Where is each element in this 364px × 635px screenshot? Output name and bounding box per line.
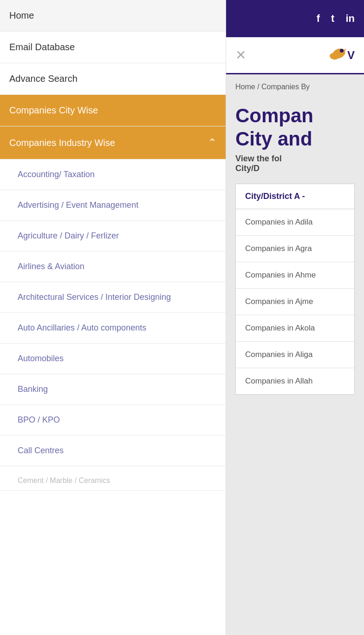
page-heading: Compan City and (226, 99, 364, 154)
submenu-label-3: Airlines & Aviation (18, 262, 84, 271)
city-item-6[interactable]: Companies in Allah (236, 368, 354, 394)
submenu-item-automobiles[interactable]: Automobiles (0, 344, 226, 374)
city-label-5: Companies in Aliga (245, 350, 313, 359)
sidebar-advance-label: Advance Search (9, 73, 78, 84)
city-section-header: City/District A - (236, 184, 354, 209)
breadcrumb-current: Companies By (261, 83, 310, 91)
top-bar: f t in (226, 0, 364, 37)
city-item-5[interactable]: Companies in Aliga (236, 342, 354, 368)
submenu-label-5: Auto Ancillaries / Auto components (18, 323, 146, 332)
logo-text: V (347, 49, 355, 62)
heading-line2: City and (235, 128, 312, 150)
submenu-label-8: BPO / KPO (18, 415, 60, 424)
submenu-item-bpo[interactable]: BPO / KPO (0, 405, 226, 436)
breadcrumb-separator: / (257, 83, 261, 91)
city-label-6: Companies in Allah (245, 377, 313, 385)
main-content: f t in ✕ V Home / Companies By (226, 0, 364, 635)
submenu-item-architectural[interactable]: Architectural Services / Interior Design… (0, 282, 226, 313)
city-item-0[interactable]: Companies in Adila (236, 209, 354, 236)
facebook-icon[interactable]: f (317, 13, 320, 25)
city-label-4: Companies in Akola (245, 324, 315, 332)
sidebar-item-companies-industry-wise[interactable]: Companies Industry Wise ⌃ (0, 126, 226, 159)
submenu-item-airlines[interactable]: Airlines & Aviation (0, 251, 226, 282)
sidebar-industry-label: Companies Industry Wise (9, 138, 115, 148)
sidebar-item-home[interactable]: Home (0, 0, 226, 32)
breadcrumb-home[interactable]: Home (235, 83, 255, 91)
city-item-4[interactable]: Companies in Akola (236, 315, 354, 342)
subheading-line2: City/D (235, 164, 355, 173)
sidebar-item-advance-search[interactable]: Advance Search (0, 63, 226, 95)
logo-area: V (325, 44, 355, 66)
city-label-0: Companies in Adila (245, 218, 313, 226)
submenu-item-agriculture[interactable]: Agriculture / Dairy / Ferlizer (0, 221, 226, 251)
city-section-header-text: City/District A - (245, 192, 305, 201)
page-subheading: View the fol City/D (226, 154, 364, 179)
chevron-up-icon: ⌃ (208, 137, 216, 149)
linkedin-icon[interactable]: in (345, 13, 355, 25)
breadcrumb: Home / Companies By (226, 74, 364, 99)
city-label-2: Companies in Ahme (245, 271, 316, 279)
submenu-item-advertising[interactable]: Advertising / Event Management (0, 190, 226, 221)
sidebar-email-label: Email Database (9, 42, 75, 52)
logo-icon (325, 44, 347, 66)
heading-line1: Compan (235, 105, 313, 126)
twitter-icon[interactable]: t (331, 13, 334, 25)
submenu-label-10: Cement / Marble / Ceramics (18, 476, 110, 484)
submenu-label-9: Call Centres (18, 446, 64, 455)
submenu-label-2: Agriculture / Dairy / Ferlizer (18, 231, 119, 240)
close-icon[interactable]: ✕ (235, 47, 246, 63)
city-label-1: Companies in Agra (245, 244, 312, 253)
submenu-item-auto-ancillaries[interactable]: Auto Ancillaries / Auto components (0, 313, 226, 344)
submenu-label-6: Automobiles (18, 354, 64, 363)
city-label-3: Companies in Ajme (245, 297, 313, 306)
submenu-label-4: Architectural Services / Interior Design… (18, 292, 171, 302)
city-item-1[interactable]: Companies in Agra (236, 236, 354, 262)
submenu-item-banking[interactable]: Banking (0, 374, 226, 405)
subheading-line1: View the fol (235, 154, 355, 164)
submenu-item-accounting[interactable]: Accounting/ Taxation (0, 159, 226, 190)
city-section: City/District A - Companies in Adila Com… (235, 184, 355, 395)
submenu-item-call-centres[interactable]: Call Centres (0, 436, 226, 466)
sidebar-item-email-database[interactable]: Email Database (0, 32, 226, 63)
sidebar-city-label: Companies City Wise (9, 105, 98, 115)
submenu-label-0: Accounting/ Taxation (18, 170, 95, 179)
submenu-label-1: Advertising / Event Management (18, 200, 138, 210)
submenu-item-cement[interactable]: Cement / Marble / Ceramics (0, 466, 226, 491)
sidebar-item-companies-city-wise[interactable]: Companies City Wise (0, 95, 226, 126)
header-bar: ✕ V (226, 37, 364, 74)
city-item-3[interactable]: Companies in Ajme (236, 289, 354, 315)
city-item-2[interactable]: Companies in Ahme (236, 262, 354, 289)
sidebar-home-label: Home (9, 10, 34, 20)
submenu-label-7: Banking (18, 384, 48, 394)
sidebar: Home Email Database Advance Search Compa… (0, 0, 226, 635)
svg-point-2 (340, 49, 344, 53)
